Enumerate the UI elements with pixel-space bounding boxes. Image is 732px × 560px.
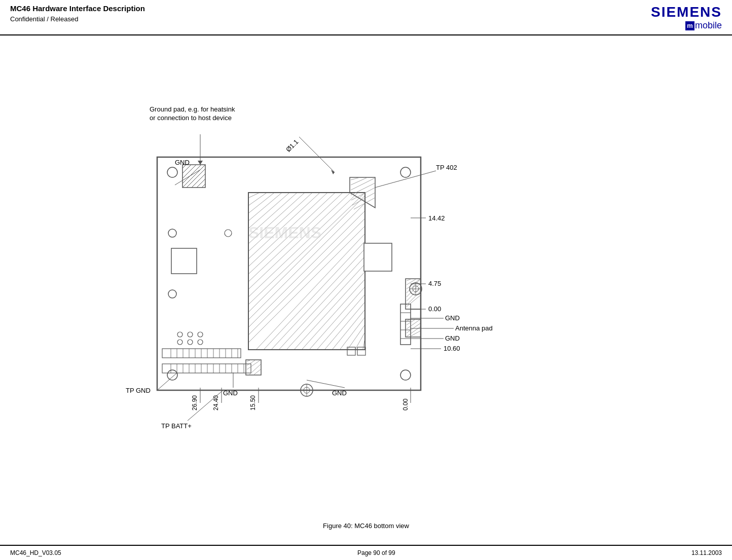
svg-marker-139	[198, 161, 203, 165]
header: MC46 Hardware Interface Description Conf…	[0, 0, 732, 35]
figure-caption: Figure 40: MC46 bottom view	[0, 522, 732, 530]
svg-line-55	[363, 341, 364, 349]
svg-line-78	[407, 295, 420, 307]
svg-line-141	[375, 171, 436, 188]
svg-line-36	[249, 196, 364, 312]
circuit-diagram: SIEMENS	[0, 35, 732, 512]
svg-point-125	[198, 340, 203, 345]
svg-point-123	[177, 340, 182, 345]
svg-rect-87	[162, 349, 241, 358]
ground-pad-note-line2: or connection to host device	[150, 114, 232, 122]
svg-line-28	[249, 193, 312, 251]
svg-line-42	[264, 242, 364, 349]
dim-000-label: 0.00	[428, 305, 441, 313]
svg-line-119	[253, 369, 261, 375]
svg-rect-86	[364, 243, 392, 271]
svg-line-13	[197, 179, 205, 188]
svg-rect-127	[357, 347, 365, 355]
svg-point-3	[167, 370, 177, 380]
svg-point-120	[177, 332, 182, 337]
svg-rect-17	[171, 248, 197, 274]
svg-line-43	[272, 249, 364, 349]
gnd-bottom1-label: GND	[223, 389, 238, 397]
svg-rect-20	[249, 193, 364, 349]
header-subtitle: Confidential / Released	[10, 15, 78, 23]
dim-2690-label: 26.90	[191, 395, 198, 410]
svg-point-124	[188, 340, 193, 345]
svg-line-155	[307, 380, 345, 388]
dim-2440-label: 24.40	[212, 395, 219, 410]
svg-rect-19	[248, 193, 365, 350]
svg-line-54	[355, 333, 364, 349]
dim-1060-label: 10.60	[444, 345, 460, 352]
svg-line-49	[317, 295, 364, 349]
svg-line-10	[182, 165, 205, 188]
svg-line-60	[351, 178, 375, 190]
tp-batt-label: TP BATT+	[161, 422, 192, 430]
svg-line-136	[299, 137, 335, 172]
svg-point-16	[168, 290, 176, 298]
dim-1550-label: 15.50	[249, 395, 257, 410]
header-title: MC46 Hardware Interface Description	[10, 4, 145, 13]
svg-line-24	[249, 193, 281, 220]
dim-475-label: 4.75	[428, 280, 441, 287]
svg-line-61	[351, 183, 375, 195]
siemens-logo: SIEMENS mmobile	[651, 4, 722, 31]
svg-line-46	[295, 272, 364, 349]
svg-line-25	[249, 193, 289, 228]
svg-point-122	[198, 332, 203, 337]
svg-line-117	[247, 360, 260, 369]
antenna-pad-label: Antenna pad	[455, 324, 493, 332]
dim-1442-label: 14.42	[428, 214, 445, 222]
ground-pad-note-line1: Ground pad, e.g. for heatsink	[150, 105, 235, 113]
svg-point-18	[225, 230, 232, 237]
svg-line-62	[351, 188, 375, 200]
svg-line-115	[247, 360, 250, 361]
svg-line-52	[340, 318, 364, 349]
gnd-label-top-left: GND	[175, 159, 190, 166]
dim-000b-label: 0.00	[402, 398, 409, 410]
footer-left: MC46_HD_V03.05	[10, 549, 61, 556]
svg-line-37	[249, 204, 364, 319]
svg-point-1	[167, 167, 177, 177]
svg-line-14	[202, 184, 205, 188]
phi-label: Ø1.1	[284, 138, 300, 154]
siemens-brand-text: SIEMENS	[651, 4, 722, 20]
svg-line-51	[333, 310, 364, 349]
svg-line-77	[407, 291, 420, 305]
svg-point-2	[400, 167, 411, 177]
footer-center: Page 90 of 99	[357, 549, 395, 556]
tp-gnd-label: TP GND	[126, 387, 151, 394]
footer: MC46_HD_V03.05 Page 90 of 99 13.11.2003	[0, 545, 732, 560]
footer-right: 13.11.2003	[691, 549, 722, 556]
svg-line-34	[249, 193, 357, 296]
gnd-right1-label: GND	[445, 314, 460, 322]
mobile-brand-text: mmobile	[651, 20, 722, 31]
svg-point-121	[188, 332, 193, 337]
svg-line-40	[249, 227, 364, 342]
tp402-label: TP 402	[436, 164, 457, 171]
svg-point-4	[400, 370, 411, 380]
svg-line-35	[249, 193, 364, 304]
svg-text:SIEMENS: SIEMENS	[248, 223, 321, 242]
gnd-right2-label: GND	[445, 334, 460, 342]
svg-point-15	[168, 229, 176, 237]
svg-line-71	[407, 279, 411, 281]
svg-line-80	[407, 320, 410, 321]
m-square-icon: m	[685, 21, 694, 30]
gnd-bottom2-label: GND	[332, 389, 347, 397]
main-content: SIEMENS	[0, 35, 732, 545]
svg-line-59	[351, 177, 368, 185]
svg-line-21	[249, 193, 259, 198]
svg-line-22	[249, 193, 266, 205]
svg-line-48	[310, 287, 364, 349]
